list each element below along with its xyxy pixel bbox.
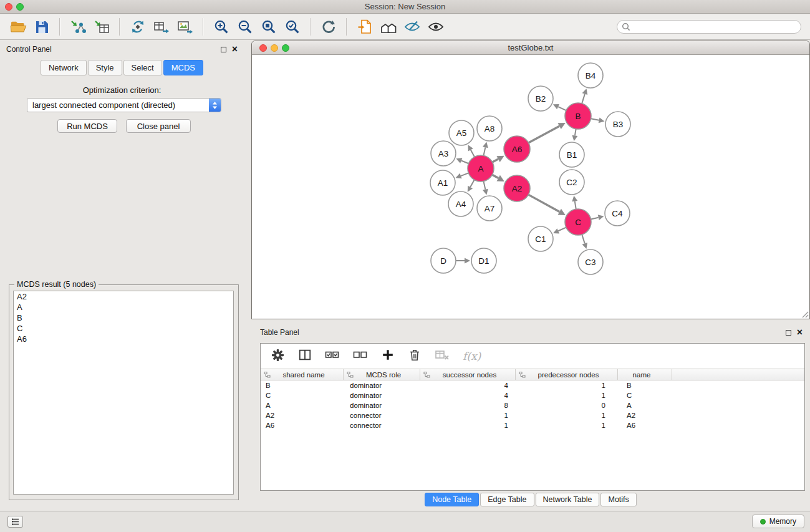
graph-edge[interactable] xyxy=(582,94,585,104)
import-table-button[interactable] xyxy=(90,16,113,37)
network-canvas-svg[interactable]: B4B2BB3A5A8A6A3B1AA1C2A2A4A7CC4C1C3DD1 xyxy=(252,55,809,319)
column-type-icon xyxy=(347,372,354,378)
graph-edge[interactable] xyxy=(461,161,469,164)
tab-mcds[interactable]: MCDS xyxy=(163,60,203,75)
save-session-button[interactable] xyxy=(30,16,54,37)
task-history-button[interactable] xyxy=(7,516,23,528)
tab-edge-table[interactable]: Edge Table xyxy=(480,493,534,506)
column-header-shared-name[interactable]: shared name xyxy=(261,369,344,380)
table-cell: A2 xyxy=(261,412,344,419)
graph-edge[interactable] xyxy=(492,175,498,178)
graph-edge[interactable] xyxy=(483,181,485,190)
graph-edge[interactable] xyxy=(528,195,559,211)
graph-edge[interactable] xyxy=(582,235,584,243)
table-settings-button[interactable] xyxy=(271,348,285,365)
eye-slash-button[interactable] xyxy=(400,16,424,37)
open-session-button[interactable] xyxy=(6,16,30,37)
float-table-panel-icon[interactable] xyxy=(786,330,791,336)
toolbar-separator xyxy=(346,18,347,36)
columns-icon xyxy=(298,348,312,362)
graph-edge[interactable] xyxy=(471,150,475,157)
search-input[interactable] xyxy=(634,22,796,31)
network-canvas[interactable]: B4B2BB3A5A8A6A3B1AA1C2A2A4A7CC4C1C3DD1 xyxy=(252,55,809,319)
table-delete-icon xyxy=(435,348,450,362)
close-panel-icon[interactable]: × xyxy=(232,46,238,52)
network-zoom-button[interactable] xyxy=(282,44,289,52)
graph-edge[interactable] xyxy=(470,180,475,187)
deselect-all-rows-button[interactable] xyxy=(353,348,368,364)
dropdown-stepper-icon xyxy=(209,99,221,112)
unchecked-boxes-icon xyxy=(353,348,368,362)
graph-edge[interactable] xyxy=(493,159,498,162)
mcds-result-item[interactable]: A xyxy=(14,302,233,312)
close-panel-button[interactable]: Close panel xyxy=(126,119,191,133)
graph-edge[interactable] xyxy=(591,118,599,120)
table-row[interactable]: Bdominator41B xyxy=(261,380,804,390)
close-table-panel-icon[interactable]: × xyxy=(797,329,803,336)
table-row[interactable]: A6connector11A6 xyxy=(261,420,804,430)
tab-motifs[interactable]: Motifs xyxy=(600,493,636,506)
graph-edge[interactable] xyxy=(483,147,485,155)
table-row[interactable]: Cdominator41C xyxy=(261,390,804,400)
graph-node-label: C xyxy=(575,218,581,227)
zoom-in-button[interactable] xyxy=(210,16,233,37)
mcds-result-item[interactable]: A2 xyxy=(14,291,233,302)
network-close-button[interactable] xyxy=(259,44,267,52)
criterion-dropdown[interactable]: largest connected component (directed) xyxy=(27,98,221,112)
table-cell: B xyxy=(261,382,344,389)
table-panel-title: Table Panel xyxy=(260,328,299,337)
graph-edge-arrow xyxy=(582,89,588,95)
tab-style[interactable]: Style xyxy=(88,60,122,75)
export-table-button[interactable] xyxy=(150,16,173,37)
zoom-fit-button[interactable] xyxy=(257,16,281,37)
run-mcds-button[interactable]: Run MCDS xyxy=(57,119,117,133)
mcds-result-list[interactable]: A2ABCA6 xyxy=(13,291,234,495)
import-network-button[interactable] xyxy=(66,16,90,37)
graph-edge[interactable] xyxy=(558,107,566,110)
add-column-button[interactable] xyxy=(381,348,395,364)
resize-grip-icon[interactable] xyxy=(801,311,809,318)
graph-edge[interactable] xyxy=(558,228,566,231)
network-from-selection-button[interactable] xyxy=(126,16,150,37)
mcds-result-item[interactable]: A6 xyxy=(14,334,233,344)
refresh-view-button[interactable] xyxy=(317,16,340,37)
graph-edge[interactable] xyxy=(461,173,468,176)
show-columns-button[interactable] xyxy=(298,348,312,364)
tab-node-table[interactable]: Node Table xyxy=(425,493,479,506)
network-view-window: testGlobe.txt B4B2BB3A5A8A6A3B1AA1C2A2A4… xyxy=(251,41,810,319)
eye-button[interactable] xyxy=(424,16,448,37)
mcds-result-item[interactable]: B xyxy=(14,312,233,323)
column-header-name[interactable]: name xyxy=(618,369,672,380)
function-builder-button: f(x) xyxy=(463,350,481,362)
delete-column-button[interactable] xyxy=(408,348,422,364)
graph-edge[interactable] xyxy=(528,126,559,143)
memory-button[interactable]: Memory xyxy=(752,515,804,528)
mcds-result-item[interactable]: C xyxy=(14,323,233,334)
select-all-rows-button[interactable] xyxy=(325,348,340,364)
double-home-button[interactable] xyxy=(377,16,400,37)
zoom-out-button[interactable] xyxy=(233,16,257,37)
close-window-button[interactable] xyxy=(5,3,12,11)
table-cell: 4 xyxy=(420,392,516,399)
toolbar-search-field[interactable] xyxy=(617,20,801,34)
document-arrow-button[interactable] xyxy=(353,16,377,37)
graph-edge[interactable] xyxy=(575,129,576,136)
table-cell: dominator xyxy=(344,382,420,389)
table-row[interactable]: Adominator80A xyxy=(261,400,804,410)
tab-select[interactable]: Select xyxy=(123,60,162,75)
graph-edge[interactable] xyxy=(575,201,576,210)
tab-network-table[interactable]: Network Table xyxy=(536,493,600,506)
column-header-predecessor-nodes[interactable]: predecessor nodes xyxy=(516,369,618,380)
zoom-window-button[interactable] xyxy=(16,3,24,11)
tab-network[interactable]: Network xyxy=(41,60,87,75)
column-header-mcds-role[interactable]: MCDS role xyxy=(344,369,420,380)
network-minimize-button[interactable] xyxy=(271,44,278,52)
float-panel-icon[interactable] xyxy=(221,47,226,52)
zoom-selected-button[interactable] xyxy=(281,16,304,37)
column-type-icon xyxy=(264,372,271,378)
graph-edge[interactable] xyxy=(591,218,598,220)
table-row[interactable]: A2connector11A2 xyxy=(261,410,804,420)
export-image-button[interactable] xyxy=(173,16,197,37)
main-titlebar: Session: New Session xyxy=(0,0,810,14)
column-header-successor-nodes[interactable]: successor nodes xyxy=(420,369,516,380)
